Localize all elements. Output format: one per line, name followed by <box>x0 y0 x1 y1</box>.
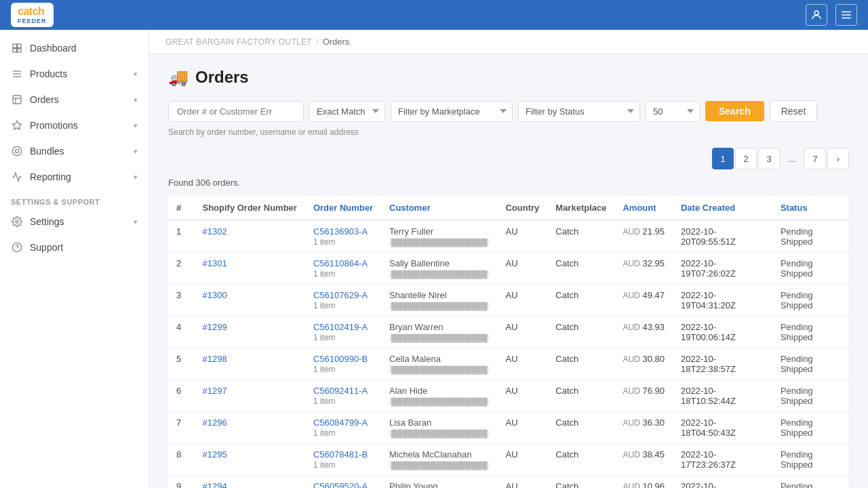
shopify-order-link[interactable]: #1302 <box>202 226 226 237</box>
currency-label: AUD <box>623 354 639 364</box>
cell-shopify: #1297 <box>194 380 304 412</box>
sidebar: Dashboard Products ▾ Orders ▾ <box>0 30 149 488</box>
shopify-order-link[interactable]: #1300 <box>202 290 226 300</box>
breadcrumb-separator: / <box>316 37 319 47</box>
shopify-order-link[interactable]: #1295 <box>202 449 226 460</box>
cell-marketplace: Catch <box>547 412 614 444</box>
products-icon <box>11 68 23 80</box>
sidebar-item-support[interactable]: Support <box>0 235 149 260</box>
match-type-select[interactable]: Exact Match Contains <box>309 101 385 122</box>
currency-label: AUD <box>623 418 639 428</box>
page-1-button[interactable]: 1 <box>712 148 734 169</box>
sidebar-item-orders[interactable]: Orders ▾ <box>0 87 149 113</box>
status-filter-select[interactable]: Filter by Status Pending Shipped <box>518 101 640 122</box>
table-row: 6 #1297 C56092411-A 1 item Alan Hide ▓▓▓… <box>168 380 849 412</box>
shopify-order-link[interactable]: #1297 <box>202 386 226 396</box>
item-count: 1 item <box>313 396 336 406</box>
order-number-link[interactable]: C56084799-A <box>313 418 368 428</box>
page-3-button[interactable]: 3 <box>758 148 780 169</box>
sidebar-label-settings: Settings <box>30 216 64 227</box>
main-content: GREAT BARGAIN FACTORY OUTLET / Orders 🚚 … <box>149 30 868 488</box>
item-count: 1 item <box>313 269 336 279</box>
cell-marketplace: Catch <box>547 380 614 412</box>
cell-shopify: #1296 <box>194 412 304 444</box>
shopify-order-link[interactable]: #1296 <box>202 418 226 428</box>
cell-order: C56078481-B 1 item <box>305 444 381 476</box>
cell-customer: Sally Ballentine ▓▓▓▓▓▓▓▓▓▓▓▓▓▓▓▓▓ <box>381 253 497 285</box>
cell-customer: Bryan Warren ▓▓▓▓▓▓▓▓▓▓▓▓▓▓▓▓▓ <box>381 317 497 348</box>
sidebar-item-reporting[interactable]: Reporting ▾ <box>0 164 149 190</box>
customer-name: Shantelle Nirel <box>389 290 447 300</box>
user-icon[interactable] <box>806 4 827 26</box>
cell-order: C56059520-A 1 item <box>305 476 381 489</box>
page-next-button[interactable]: › <box>827 148 849 169</box>
shopify-order-link[interactable]: #1301 <box>202 258 226 268</box>
pagination-top: 1 2 3 ... 7 › <box>168 148 849 169</box>
item-count: 1 item <box>313 460 336 470</box>
svg-rect-5 <box>18 44 21 47</box>
status-badge: Pending Shipped <box>781 418 813 438</box>
orders-icon <box>11 94 23 106</box>
shopify-order-link[interactable]: #1298 <box>202 354 226 364</box>
order-number-link[interactable]: C56110864-A <box>313 258 368 268</box>
logo[interactable]: catch FEEDER <box>11 3 54 27</box>
top-navigation: catch FEEDER <box>0 0 868 30</box>
cell-num: 9 <box>168 476 194 489</box>
results-count: Found 306 orders. <box>168 178 849 188</box>
bundles-chevron-icon: ▾ <box>134 147 138 156</box>
sidebar-item-dashboard[interactable]: Dashboard <box>0 35 149 61</box>
shopify-order-link[interactable]: #1294 <box>202 481 226 488</box>
cell-shopify: #1295 <box>194 444 304 476</box>
order-number-link[interactable]: C56100990-B <box>313 354 368 364</box>
item-count: 1 item <box>313 428 336 438</box>
col-header-customer: Customer <box>381 196 497 220</box>
customer-name: Michela McClanahan <box>389 449 471 460</box>
menu-icon[interactable] <box>835 4 857 26</box>
cell-country: AU <box>497 476 547 489</box>
order-number-link[interactable]: C56078481-B <box>313 449 368 460</box>
sidebar-item-bundles[interactable]: Bundles ▾ <box>0 138 149 164</box>
breadcrumb: GREAT BARGAIN FACTORY OUTLET / Orders <box>149 30 868 54</box>
search-input[interactable] <box>168 101 304 122</box>
order-number-link[interactable]: C56102419-A <box>313 322 368 332</box>
marketplace-filter-select[interactable]: Filter by Marketplace Catch <box>391 101 513 122</box>
currency-label: AUD <box>623 482 639 488</box>
currency-label: AUD <box>623 386 639 396</box>
svg-rect-6 <box>13 49 16 52</box>
cell-country: AU <box>497 348 547 380</box>
cell-marketplace: Catch <box>547 317 614 348</box>
order-number-link[interactable]: C56107629-A <box>313 290 368 300</box>
sidebar-item-settings[interactable]: Settings ▾ <box>0 209 149 235</box>
cell-status: Pending Shipped <box>772 380 849 412</box>
page-2-button[interactable]: 2 <box>735 148 757 169</box>
sidebar-item-promotions[interactable]: Promotions ▾ <box>0 113 149 138</box>
search-button[interactable]: Search <box>705 101 764 121</box>
customer-email: ▓▓▓▓▓▓▓▓▓▓▓▓▓▓▓▓▓ <box>389 365 489 373</box>
cell-marketplace: Catch <box>547 253 614 285</box>
cell-country: AU <box>497 317 547 348</box>
page-7-button[interactable]: 7 <box>804 148 826 169</box>
svg-rect-11 <box>13 96 21 104</box>
customer-name: Sally Ballentine <box>389 258 450 268</box>
item-count: 1 item <box>313 301 336 310</box>
status-badge: Pending Shipped <box>781 354 813 374</box>
promotions-chevron-icon: ▾ <box>134 121 138 130</box>
col-header-country: Country <box>497 196 547 220</box>
per-page-select[interactable]: 50 25 100 <box>646 101 700 122</box>
currency-label: AUD <box>623 259 639 268</box>
cell-marketplace: Catch <box>547 444 614 476</box>
col-header-amount: Amount <box>614 196 673 220</box>
table-row: 8 #1295 C56078481-B 1 item Michela McCla… <box>168 444 849 476</box>
cell-customer: Michela McClanahan ▓▓▓▓▓▓▓▓▓▓▓▓▓▓▓▓▓ <box>381 444 497 476</box>
order-number-link[interactable]: C56059520-A <box>313 481 368 488</box>
order-number-link[interactable]: C56136903-A <box>313 226 368 237</box>
cell-status: Pending Shipped <box>772 348 849 380</box>
order-number-link[interactable]: C56092411-A <box>313 386 368 396</box>
shopify-order-link[interactable]: #1299 <box>202 322 226 332</box>
cell-status: Pending Shipped <box>772 412 849 444</box>
cell-order: C56107629-A 1 item <box>305 285 381 317</box>
sidebar-item-products[interactable]: Products ▾ <box>0 61 149 87</box>
reset-button[interactable]: Reset <box>770 100 818 122</box>
cell-country: AU <box>497 220 547 253</box>
page-title: Orders <box>195 68 249 87</box>
